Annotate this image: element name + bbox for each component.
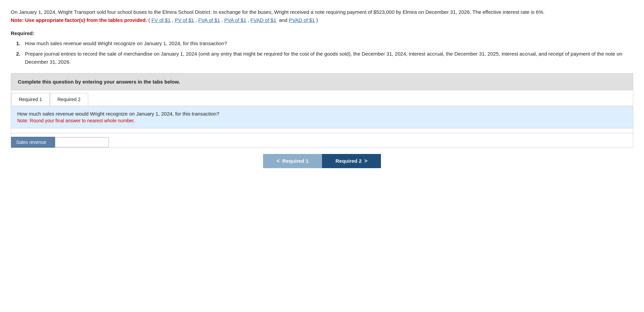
table-links: FV of $1, PV of $1, FVA of $1, PVA of $1…: [150, 17, 318, 23]
req-text-2: Prepare journal entries to record the sa…: [25, 50, 633, 66]
required-header: Required:: [11, 30, 633, 36]
nav-buttons: < Required 1 Required 2 >: [11, 154, 633, 168]
tab-required-2[interactable]: Required 2: [50, 93, 89, 106]
note-red-label: Note: Use appropriate factor(s) from the…: [11, 17, 147, 23]
req-text-1: How much sales revenue would Wright reco…: [25, 39, 227, 47]
tab1-content: How much sales revenue would Wright reco…: [11, 106, 633, 128]
next-chevron: >: [364, 158, 367, 164]
tab-required-1[interactable]: Required 1: [11, 93, 50, 106]
intro-paragraph: On January 1, 2024, Wright Transport sol…: [11, 8, 633, 24]
requirement-2: 2. Prepare journal entries to record the…: [16, 50, 633, 66]
next-button[interactable]: Required 2 >: [322, 154, 381, 168]
prev-button[interactable]: < Required 1: [263, 154, 322, 168]
fvad-link[interactable]: FVAD of $1: [251, 17, 276, 23]
complete-box-text: Complete this question by entering your …: [18, 79, 180, 85]
tab-required-1-label: Required 1: [19, 97, 42, 102]
fva-link[interactable]: FVA of $1: [198, 17, 220, 23]
prev-button-label: Required 1: [282, 158, 309, 164]
pva-link[interactable]: PVA of $1: [224, 17, 247, 23]
intro-text-main: On January 1, 2024, Wright Transport sol…: [11, 9, 545, 15]
prev-chevron: <: [277, 158, 280, 164]
tab1-question: How much sales revenue would Wright reco…: [17, 111, 627, 117]
input-label: Sales revenue: [11, 137, 55, 148]
requirement-1: 1. How much sales revenue would Wright r…: [16, 39, 633, 47]
pv-link[interactable]: PV of $1: [175, 17, 194, 23]
pvad-link[interactable]: PVAD of $1: [289, 17, 315, 23]
tab-required-2-label: Required 2: [58, 97, 81, 102]
tab1-note: Note: Round your final answer to nearest…: [17, 118, 627, 123]
tabs-header: Required 1 Required 2: [11, 90, 633, 106]
req-num-1: 1.: [16, 39, 22, 47]
fv-link[interactable]: FV of $1: [152, 17, 171, 23]
requirements-list: 1. How much sales revenue would Wright r…: [16, 39, 633, 66]
tabs-container: Required 1 Required 2 How much sales rev…: [11, 90, 633, 148]
sales-revenue-input[interactable]: [55, 137, 109, 147]
input-row: Sales revenue: [11, 133, 633, 148]
next-button-label: Required 2: [335, 158, 362, 164]
complete-box: Complete this question by entering your …: [11, 73, 633, 90]
req-num-2: 2.: [16, 50, 22, 66]
tab-area-wrapper: How much sales revenue would Wright reco…: [11, 106, 633, 148]
